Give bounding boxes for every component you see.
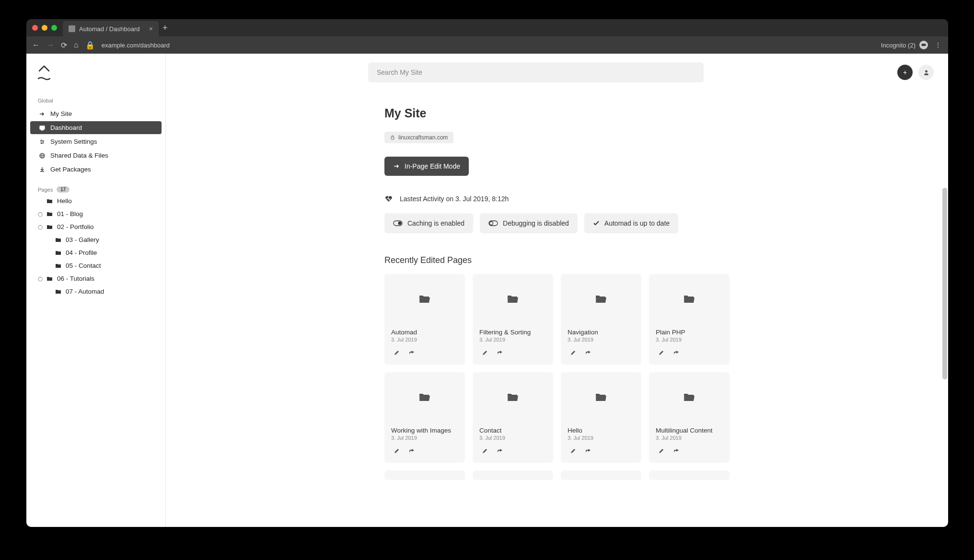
app-logo[interactable] — [26, 61, 165, 89]
open-action[interactable] — [671, 446, 682, 456]
folder-open-icon — [418, 294, 431, 306]
nav-system-settings[interactable]: System Settings — [30, 135, 162, 148]
user-button[interactable] — [918, 65, 934, 80]
pages-count-badge: 17 — [57, 186, 70, 193]
nav-my-site[interactable]: My Site — [30, 107, 162, 120]
site-url-pill[interactable]: linuxcraftsman.com — [384, 132, 453, 143]
edit-action[interactable] — [656, 446, 666, 456]
incognito-indicator[interactable]: Incognito (2) — [881, 41, 928, 49]
card-stub — [649, 470, 730, 480]
open-action[interactable] — [495, 446, 505, 456]
folder-open-icon — [683, 294, 696, 306]
expand-icon[interactable]: ◯ — [38, 225, 43, 229]
new-tab-button[interactable]: + — [162, 23, 168, 33]
open-action[interactable] — [406, 446, 417, 456]
open-action[interactable] — [583, 347, 593, 358]
caching-pill[interactable]: Caching is enabled — [384, 213, 473, 233]
debugging-pill[interactable]: Debugging is disabled — [480, 213, 578, 233]
page-card[interactable]: Filtering & Sorting3. Jul 2019 — [473, 274, 553, 365]
tree-item-label: 07 - Automad — [66, 288, 104, 295]
card-thumb — [649, 372, 730, 424]
open-action[interactable] — [495, 347, 505, 358]
edit-action[interactable] — [479, 446, 490, 456]
card-stub — [473, 470, 553, 480]
card-thumb — [384, 372, 465, 424]
tree-item-label: 02 - Portfolio — [57, 223, 94, 230]
card-title: Working with Images — [384, 424, 465, 435]
edit-action[interactable] — [656, 347, 666, 358]
content: My Site linuxcraftsman.com In-Page Edit … — [384, 82, 730, 499]
in-page-edit-button[interactable]: In-Page Edit Mode — [384, 157, 469, 176]
page-card[interactable]: Navigation3. Jul 2019 — [561, 274, 641, 365]
open-action[interactable] — [671, 347, 682, 358]
page-card[interactable]: Automad3. Jul 2019 — [384, 274, 465, 365]
browser-window: Automad / Dashboard × + ← → ⟳ ⌂ 🔒 exampl… — [26, 19, 948, 527]
app: Global My Site Dashboard System Settings… — [26, 54, 948, 527]
expand-icon[interactable]: ◯ — [38, 212, 43, 217]
card-title: Navigation — [561, 326, 641, 337]
reload-button[interactable]: ⟳ — [61, 41, 67, 50]
nav-get-packages[interactable]: Get Packages — [30, 163, 162, 176]
card-date: 3. Jul 2019 — [561, 435, 641, 446]
open-action[interactable] — [583, 446, 593, 456]
scrollbar[interactable] — [942, 188, 947, 379]
svg-rect-0 — [40, 126, 45, 129]
edit-action[interactable] — [479, 347, 490, 358]
home-button[interactable]: ⌂ — [74, 41, 79, 49]
card-actions — [473, 446, 553, 456]
forward-button[interactable]: → — [46, 41, 54, 49]
nav-dashboard[interactable]: Dashboard — [30, 121, 162, 134]
card-date: 3. Jul 2019 — [473, 337, 553, 347]
folder-open-icon — [418, 392, 431, 404]
page-card[interactable]: Working with Images3. Jul 2019 — [384, 372, 465, 463]
back-button[interactable]: ← — [32, 41, 40, 49]
tree-item[interactable]: 05 - Contact — [26, 259, 165, 272]
edit-action[interactable] — [568, 347, 578, 358]
edit-action[interactable] — [568, 446, 578, 456]
tree-item[interactable]: 07 - Automad — [26, 285, 165, 298]
update-pill[interactable]: Automad is up to date — [584, 213, 678, 233]
tree-item[interactable]: Hello — [26, 194, 165, 207]
tree-item[interactable]: ◯06 - Tutorials — [26, 272, 165, 285]
page-card[interactable]: Contact3. Jul 2019 — [473, 372, 553, 463]
close-tab-button[interactable]: × — [149, 25, 153, 33]
browser-tab[interactable]: Automad / Dashboard × — [63, 21, 159, 36]
edit-action[interactable] — [391, 347, 402, 358]
debugging-label: Debugging is disabled — [503, 219, 569, 227]
folder-icon — [46, 276, 53, 281]
globe-icon — [39, 153, 46, 159]
folder-icon — [55, 289, 62, 294]
folder-icon — [46, 224, 53, 229]
card-actions — [561, 347, 641, 358]
nav-shared-data[interactable]: Shared Data & Files — [30, 149, 162, 162]
expand-icon[interactable]: ◯ — [38, 276, 43, 281]
maximize-window-button[interactable] — [51, 25, 57, 31]
svg-point-11 — [925, 70, 928, 72]
open-action[interactable] — [406, 347, 417, 358]
nav-label: My Site — [50, 110, 72, 117]
add-page-button[interactable]: + — [897, 65, 913, 80]
recent-section-title: Recently Edited Pages — [384, 255, 730, 265]
url-bar[interactable]: example.com/dashboard — [102, 42, 170, 49]
page-viewport: Global My Site Dashboard System Settings… — [26, 54, 948, 527]
search-input[interactable] — [368, 62, 704, 82]
card-date: 3. Jul 2019 — [384, 337, 465, 347]
card-title: Contact — [473, 424, 553, 435]
card-title: Plain PHP — [649, 326, 730, 337]
global-section-label: Global — [26, 89, 165, 106]
browser-menu-button[interactable]: ⋮ — [935, 41, 942, 49]
close-window-button[interactable] — [32, 25, 38, 31]
minimize-window-button[interactable] — [42, 25, 47, 31]
page-card[interactable]: Hello3. Jul 2019 — [561, 372, 641, 463]
page-card[interactable]: Multilingual Content3. Jul 2019 — [649, 372, 730, 463]
tree-item[interactable]: 04 - Profile — [26, 246, 165, 259]
tree-item[interactable]: 03 - Gallery — [26, 233, 165, 246]
edit-action[interactable] — [391, 446, 402, 456]
tree-item[interactable]: ◯02 - Portfolio — [26, 220, 165, 233]
svg-rect-12 — [391, 137, 394, 139]
page-card[interactable]: Plain PHP3. Jul 2019 — [649, 274, 730, 365]
tree-item[interactable]: ◯01 - Blog — [26, 207, 165, 220]
card-date: 3. Jul 2019 — [649, 435, 730, 446]
sidebar: Global My Site Dashboard System Settings… — [26, 54, 166, 527]
card-actions — [649, 446, 730, 456]
